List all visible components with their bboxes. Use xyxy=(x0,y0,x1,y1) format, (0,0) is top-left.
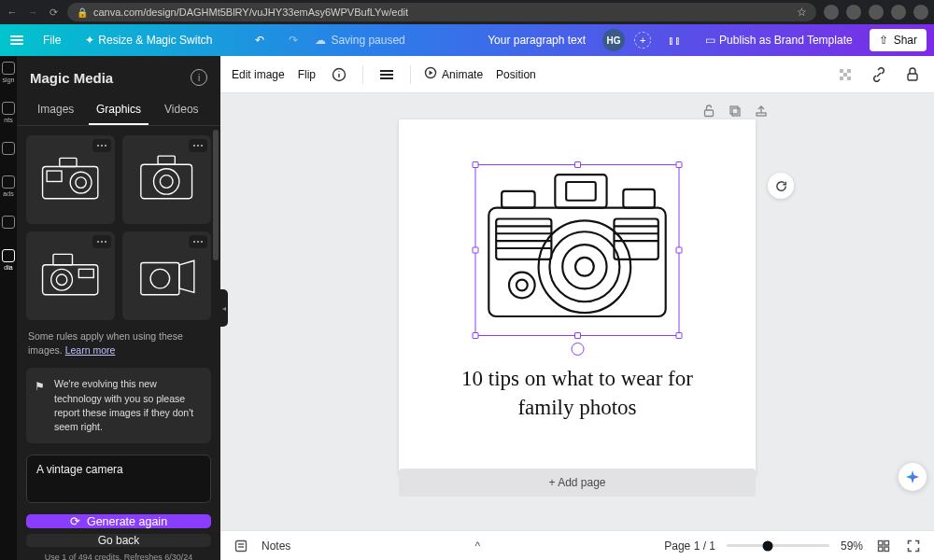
svg-rect-27 xyxy=(847,77,851,80)
rail-magic-media[interactable]: dia xyxy=(2,249,15,271)
feedback-card: ⚑ We're evolving this new technology wit… xyxy=(26,368,211,443)
lock-icon[interactable] xyxy=(902,64,923,85)
profile-icon[interactable] xyxy=(913,5,928,20)
edit-image-button[interactable]: Edit image xyxy=(232,68,285,81)
svg-point-48 xyxy=(549,231,619,301)
svg-rect-26 xyxy=(840,77,843,80)
position-button[interactable]: Position xyxy=(496,68,536,81)
browser-extensions xyxy=(824,5,928,20)
tab-graphics[interactable]: Graphics xyxy=(89,95,148,125)
rail-design[interactable]: sign xyxy=(2,62,15,83)
add-page-button[interactable]: + Add page xyxy=(399,469,756,497)
extension-icon[interactable] xyxy=(846,5,861,20)
back-icon[interactable]: ← xyxy=(6,6,19,19)
bottom-bar: Notes ^ Page 1 / 1 59% xyxy=(220,530,934,560)
timeline-toggle-icon[interactable]: ^ xyxy=(468,537,487,555)
report-images-link[interactable]: report these images xyxy=(54,407,141,418)
svg-rect-32 xyxy=(757,113,766,116)
svg-rect-34 xyxy=(555,175,606,208)
assistant-fab[interactable] xyxy=(899,463,927,491)
generate-again-button[interactable]: ⟳ Generate again xyxy=(26,514,211,528)
info-circle-icon[interactable] xyxy=(329,64,349,85)
url-text: canva.com/design/DAGHMt5BlRY/vuJHY33emAs… xyxy=(93,7,408,18)
page-counter: Page 1 / 1 xyxy=(664,539,715,553)
design-page[interactable]: 10 tips on what to wear for family photo… xyxy=(399,119,756,476)
zoom-value: 59% xyxy=(841,539,863,553)
svg-rect-4 xyxy=(60,159,77,167)
selected-graphic[interactable] xyxy=(475,164,680,336)
align-lines-icon[interactable] xyxy=(376,64,397,85)
thumbnail-3[interactable]: ⋯ xyxy=(26,231,115,320)
context-toolbar: Edit image Flip Animate Position xyxy=(220,56,934,93)
undo-icon: ↶ xyxy=(255,34,264,47)
info-icon[interactable]: i xyxy=(191,69,207,86)
flip-button[interactable]: Flip xyxy=(298,68,316,81)
grid-view-icon[interactable] xyxy=(874,537,893,555)
svg-rect-35 xyxy=(566,182,596,201)
share-button[interactable]: ⇧ Shar xyxy=(870,29,927,51)
star-icon[interactable]: ☆ xyxy=(797,6,807,19)
export-page-icon[interactable] xyxy=(753,103,770,119)
svg-point-6 xyxy=(154,169,179,194)
animate-button[interactable]: Animate xyxy=(424,66,483,82)
svg-rect-24 xyxy=(847,69,851,73)
add-collaborator-button[interactable]: + xyxy=(634,32,651,49)
thumbnail-1[interactable]: ⋯ xyxy=(26,135,115,224)
publish-brand-template-button[interactable]: ▭ Publish as Brand Template xyxy=(698,30,860,50)
rotate-handle[interactable] xyxy=(571,343,584,356)
svg-rect-57 xyxy=(884,540,889,545)
unlock-page-icon[interactable] xyxy=(700,103,717,119)
fullscreen-icon[interactable] xyxy=(904,537,923,555)
analytics-button[interactable]: ⫾⫾ xyxy=(660,29,688,51)
svg-rect-58 xyxy=(879,547,884,552)
extension-icon[interactable] xyxy=(869,5,884,20)
svg-rect-36 xyxy=(502,191,535,208)
svg-point-1 xyxy=(70,173,92,194)
svg-rect-59 xyxy=(884,547,889,552)
main-menu-button[interactable] xyxy=(7,35,26,45)
notes-label[interactable]: Notes xyxy=(262,539,290,553)
extension-icon[interactable] xyxy=(824,5,839,20)
reload-icon[interactable]: ⟳ xyxy=(47,6,60,19)
share-icon: ⇧ xyxy=(879,34,888,47)
rail-text[interactable] xyxy=(2,142,15,157)
caption-text[interactable]: 10 tips on what to wear for family photo… xyxy=(456,364,699,422)
thumb-more-icon[interactable]: ⋯ xyxy=(189,235,207,248)
panel-title: Magic Media xyxy=(30,70,113,86)
user-avatar[interactable]: HG xyxy=(602,29,625,51)
url-bar[interactable]: 🔒 canva.com/design/DAGHMt5BlRY/vuJHY33em… xyxy=(67,3,816,21)
canvas-stage[interactable]: 10 tips on what to wear for family photo… xyxy=(220,93,934,530)
notes-icon[interactable] xyxy=(232,537,250,555)
undo-button[interactable]: ↶ xyxy=(248,30,272,50)
svg-rect-8 xyxy=(158,156,175,164)
rail-uploads[interactable]: ads xyxy=(2,175,15,197)
thumb-more-icon[interactable]: ⋯ xyxy=(189,139,207,152)
duplicate-page-icon[interactable] xyxy=(727,103,743,119)
browser-chrome: ← → ⟳ 🔒 canva.com/design/DAGHMt5BlRY/vuJ… xyxy=(0,0,934,24)
resize-magic-switch[interactable]: ✦ Resize & Magic Switch xyxy=(78,30,219,50)
thumbnail-4[interactable]: ⋯ xyxy=(122,231,211,320)
transparency-icon[interactable] xyxy=(835,64,856,85)
file-menu[interactable]: File xyxy=(35,30,68,50)
link-icon[interactable] xyxy=(869,64,889,85)
redo-button[interactable]: ↷ xyxy=(281,30,305,50)
doc-title[interactable]: Your paragraph text xyxy=(480,30,593,50)
tab-videos[interactable]: Videos xyxy=(152,95,211,125)
thumbnail-2[interactable]: ⋯ xyxy=(122,135,211,224)
zoom-slider[interactable] xyxy=(727,544,829,547)
extension-icon[interactable] xyxy=(891,5,906,20)
thumb-more-icon[interactable]: ⋯ xyxy=(92,139,111,152)
svg-rect-31 xyxy=(732,108,740,116)
go-back-button[interactable]: Go back xyxy=(26,534,211,547)
forward-icon[interactable]: → xyxy=(26,6,39,19)
prompt-input[interactable]: A vintage camera xyxy=(26,455,211,503)
rail-draw[interactable] xyxy=(2,216,15,231)
media-tabs: Images Graphics Videos xyxy=(17,95,220,126)
svg-rect-12 xyxy=(79,270,94,278)
regenerate-floating-button[interactable] xyxy=(768,173,794,199)
panel-scrollbar[interactable] xyxy=(213,126,219,326)
tab-images[interactable]: Images xyxy=(26,95,85,125)
rail-elements[interactable]: nts xyxy=(2,102,15,123)
learn-more-link[interactable]: Learn more xyxy=(65,344,116,356)
thumb-more-icon[interactable]: ⋯ xyxy=(92,235,111,248)
